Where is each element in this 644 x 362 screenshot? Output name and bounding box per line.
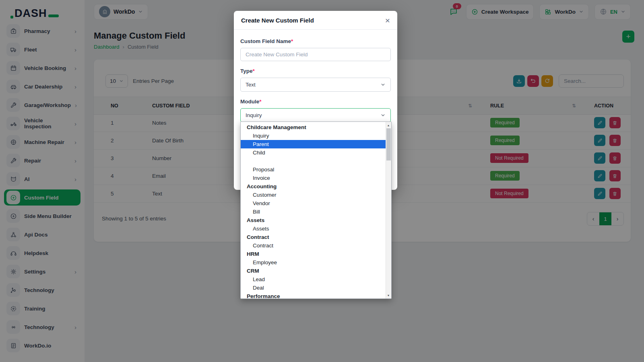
required-asterisk: * — [291, 38, 293, 44]
type-label: Type* — [240, 68, 391, 74]
custom-field-name-input[interactable] — [240, 48, 391, 61]
module-dropdown-list: Childcare Management Inquiry Parent Chil… — [240, 121, 392, 299]
chevron-down-icon — [380, 113, 386, 118]
scrollbar-thumb[interactable] — [386, 128, 391, 160]
scroll-down-arrow-icon[interactable]: ▼ — [386, 292, 391, 298]
module-option-bill[interactable]: Bill — [241, 208, 386, 216]
module-dropdown-options: Childcare Management Inquiry Parent Chil… — [241, 123, 386, 299]
module-select-value: Inquiry — [246, 112, 262, 118]
module-group-header-accounting: Accounting — [241, 182, 386, 191]
module-option-employee[interactable]: Employee — [241, 258, 386, 267]
module-option-vendor[interactable]: Vendor — [241, 199, 386, 208]
module-group-header-blank — [241, 157, 386, 165]
module-option-deal[interactable]: Deal — [241, 284, 386, 292]
modal-header: Create New Custom Field × — [234, 11, 397, 30]
module-group-header: Childcare Management — [241, 123, 386, 132]
module-group-header-contract: Contract — [241, 233, 386, 241]
module-option-contract[interactable]: Contract — [241, 241, 386, 250]
modal-title: Create New Custom Field — [241, 17, 314, 24]
dropdown-scrollbar[interactable]: ▲ ▼ — [386, 122, 391, 298]
module-label: Module* — [240, 99, 391, 105]
scroll-up-arrow-icon[interactable]: ▲ — [386, 122, 391, 128]
close-icon[interactable]: × — [385, 16, 390, 25]
required-asterisk: * — [259, 99, 261, 105]
custom-field-name-label: Custom Field Name* — [240, 38, 391, 44]
chevron-down-icon — [380, 82, 386, 87]
module-group-header-crm: CRM — [241, 267, 386, 275]
type-select[interactable]: Text — [240, 78, 391, 92]
required-asterisk: * — [253, 68, 255, 74]
module-option-invoice[interactable]: Invoice — [241, 174, 386, 182]
module-option-parent-selected[interactable]: Parent — [241, 140, 386, 148]
type-select-value: Text — [246, 82, 256, 88]
module-option-child[interactable]: Child — [241, 148, 386, 157]
module-group-header-assets: Assets — [241, 216, 386, 224]
modal-body: Custom Field Name* Type* Text Module* In… — [234, 30, 397, 122]
module-option-proposal[interactable]: Proposal — [241, 165, 386, 174]
module-option-assets[interactable]: Assets — [241, 224, 386, 233]
module-group-header-performance: Performance — [241, 292, 386, 299]
module-group-header-hrm: HRM — [241, 250, 386, 258]
module-select[interactable]: Inquiry — [240, 108, 391, 122]
module-option-customer[interactable]: Customer — [241, 191, 386, 199]
module-option-lead[interactable]: Lead — [241, 275, 386, 284]
module-option-inquiry[interactable]: Inquiry — [241, 132, 386, 140]
